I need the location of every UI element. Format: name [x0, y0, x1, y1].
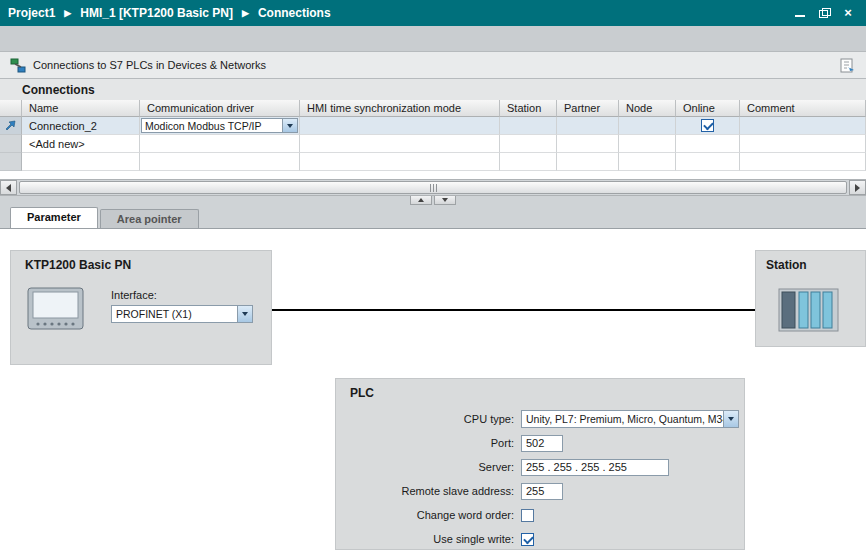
dropdown-button[interactable] — [237, 306, 252, 322]
word-order-checkbox[interactable] — [521, 509, 534, 522]
column-header-node[interactable]: Node — [619, 100, 676, 117]
splitter-strip — [0, 196, 866, 206]
column-header-partner[interactable]: Partner — [557, 100, 619, 117]
column-header-driver[interactable]: Communication driver — [140, 100, 300, 117]
parameter-panel: KTP1200 Basic PN Interface: PROFINET (X1… — [0, 228, 866, 555]
partner-cell[interactable] — [557, 117, 619, 135]
open-in-editor-icon[interactable] — [839, 58, 856, 73]
scroll-right-icon — [855, 184, 860, 192]
connection-line — [272, 309, 755, 311]
online-cell — [676, 117, 740, 135]
empty-cell — [619, 135, 676, 153]
chevron-down-icon — [242, 312, 248, 316]
column-header-comment[interactable]: Comment — [740, 100, 866, 117]
window-controls: × — [794, 7, 858, 19]
collapse-up-button[interactable] — [410, 196, 432, 205]
empty-cell — [619, 153, 676, 171]
empty-cell — [676, 135, 740, 153]
connections-table: Name Communication driver HMI time synch… — [0, 100, 866, 179]
word-order-row: Change word order: — [336, 503, 744, 527]
cpu-type-dropdown[interactable]: Unity, PL7: Premium, Micro, Quantum, M34… — [521, 410, 739, 428]
column-header-online[interactable]: Online — [676, 100, 740, 117]
scrollbar-track[interactable] — [17, 180, 849, 195]
driver-cell: Modicon Modbus TCP/IP — [140, 117, 300, 135]
connection-name-cell[interactable]: Connection_2 — [22, 117, 140, 135]
toolbar-label: Connections to S7 PLCs in Devices & Netw… — [33, 59, 266, 71]
chevron-down-icon — [287, 124, 293, 128]
interface-label: Interface: — [111, 289, 157, 301]
add-new-cell[interactable]: <Add new> — [22, 135, 140, 153]
row-selector-cell[interactable] — [0, 117, 22, 135]
table-row-connection-2[interactable]: Connection_2 Modicon Modbus TCP/IP — [0, 117, 866, 135]
remote-slave-input[interactable]: 255 — [521, 483, 563, 500]
empty-cell — [140, 135, 300, 153]
table-header-row: Name Communication driver HMI time synch… — [0, 100, 866, 117]
table-row-add-new[interactable]: <Add new> — [0, 135, 866, 153]
single-write-label: Use single write: — [336, 533, 521, 545]
word-order-label: Change word order: — [336, 509, 521, 521]
driver-dropdown[interactable]: Modicon Modbus TCP/IP — [141, 118, 298, 133]
horizontal-scrollbar[interactable] — [0, 179, 866, 196]
chevron-down-icon — [442, 198, 448, 202]
breadcrumb-hmi[interactable]: HMI_1 [KTP1200 Basic PN] — [80, 6, 233, 20]
scrollbar-thumb[interactable] — [19, 181, 847, 194]
interface-dropdown-value: PROFINET (X1) — [112, 308, 237, 320]
header-selector-cell — [0, 100, 22, 117]
plc-title: PLC — [336, 379, 744, 400]
minimize-icon[interactable] — [794, 7, 806, 19]
restore-icon[interactable] — [818, 7, 830, 19]
empty-cell — [557, 135, 619, 153]
interface-dropdown[interactable]: PROFINET (X1) — [111, 305, 253, 323]
comment-cell[interactable] — [740, 117, 866, 135]
port-row: Port: 502 — [336, 431, 744, 455]
dropdown-button[interactable] — [282, 119, 297, 132]
row-edit-icon — [4, 119, 17, 132]
server-label: Server: — [336, 461, 521, 473]
section-title: Connections — [0, 79, 866, 100]
dropdown-button[interactable] — [723, 411, 738, 427]
column-header-sync[interactable]: HMI time synchronization mode — [300, 100, 500, 117]
remote-slave-label: Remote slave address: — [336, 485, 521, 497]
cpu-type-value: Unity, PL7: Premium, Micro, Quantum, M34… — [522, 413, 723, 425]
table-row-empty — [0, 153, 866, 171]
titlebar: Project1 ▶ HMI_1 [KTP1200 Basic PN] ▶ Co… — [0, 0, 866, 26]
station-cell[interactable] — [500, 117, 557, 135]
scroll-left-icon — [6, 184, 11, 192]
cpu-type-label: CPU type: — [336, 413, 521, 425]
tab-parameter[interactable]: Parameter — [10, 207, 98, 228]
empty-cell — [300, 135, 500, 153]
port-input[interactable]: 502 — [521, 435, 563, 452]
breadcrumb-connections[interactable]: Connections — [258, 6, 331, 20]
breadcrumb-project[interactable]: Project1 — [8, 6, 55, 20]
online-checkbox[interactable] — [701, 119, 714, 132]
scroll-right-button[interactable] — [849, 180, 866, 195]
empty-cell — [557, 153, 619, 171]
server-input[interactable]: 255 . 255 . 255 . 255 — [521, 459, 669, 476]
empty-cell — [500, 153, 557, 171]
row-selector-cell — [0, 135, 22, 153]
row-selector-cell — [0, 153, 22, 171]
column-header-station[interactable]: Station — [500, 100, 557, 117]
device-title: KTP1200 Basic PN — [11, 251, 271, 272]
server-row: Server: 255 . 255 . 255 . 255 — [336, 455, 744, 479]
tab-area-pointer[interactable]: Area pointer — [100, 209, 199, 228]
remote-slave-row: Remote slave address: 255 — [336, 479, 744, 503]
empty-cell — [22, 153, 140, 171]
sync-mode-cell[interactable] — [300, 117, 500, 135]
scroll-left-button[interactable] — [0, 180, 17, 195]
breadcrumb-separator-icon: ▶ — [242, 8, 249, 18]
driver-dropdown-value: Modicon Modbus TCP/IP — [142, 120, 282, 132]
app-window: Project1 ▶ HMI_1 [KTP1200 Basic PN] ▶ Co… — [0, 0, 866, 555]
station-panel: Station — [755, 250, 866, 347]
node-cell[interactable] — [619, 117, 676, 135]
collapse-down-button[interactable] — [434, 196, 456, 205]
empty-cell — [140, 153, 300, 171]
empty-cell — [676, 153, 740, 171]
cpu-type-row: CPU type: Unity, PL7: Premium, Micro, Qu… — [336, 407, 744, 431]
chevron-down-icon — [728, 417, 734, 421]
close-icon[interactable]: × — [842, 7, 854, 19]
single-write-checkbox[interactable] — [521, 533, 534, 546]
column-header-name[interactable]: Name — [22, 100, 140, 117]
hmi-device-icon — [27, 287, 85, 331]
chevron-up-icon — [418, 198, 424, 202]
